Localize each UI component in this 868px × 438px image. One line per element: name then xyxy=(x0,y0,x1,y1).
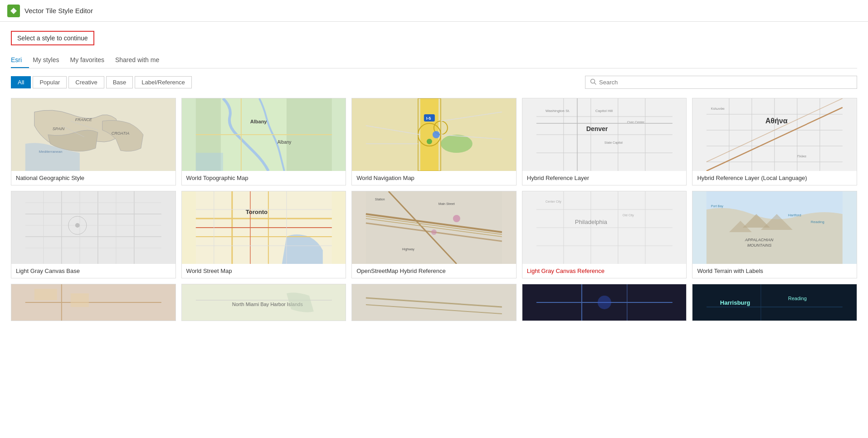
map-thumb-world-terrain: APPALACHIAN MOUNTAINS Hartford Reading P… xyxy=(692,191,857,264)
svg-text:Capitol Hill: Capitol Hill xyxy=(595,109,613,113)
map-thumb-osm-hybrid: Station Main Street Highway xyxy=(352,191,516,264)
map-label-osm-hybrid: OpenStreetMap Hybrid Reference xyxy=(352,264,516,278)
map-thumb-world-topographic: Albany Albany xyxy=(182,98,346,171)
map-thumb-national-geographic: SPAIN FRANCE CROATIA Mediterranean xyxy=(11,98,176,171)
map-label-light-gray-ref: Light Gray Canvas Reference xyxy=(522,264,687,278)
main-content: Select a style to continue Esri My style… xyxy=(0,22,868,438)
svg-rect-122 xyxy=(71,293,89,307)
map-thumb-world-navigation: I-5 xyxy=(352,98,516,171)
filter-label-reference[interactable]: Label/Reference xyxy=(135,76,191,88)
svg-text:Center City: Center City xyxy=(546,200,562,204)
svg-text:Αθήνα: Αθήνα xyxy=(766,117,788,125)
filter-base[interactable]: Base xyxy=(106,76,133,88)
svg-line-3 xyxy=(595,83,596,85)
app-logo xyxy=(7,5,20,17)
svg-point-31 xyxy=(433,131,440,138)
svg-rect-63 xyxy=(25,191,161,264)
map-label-hybrid-reference-local: Hybrid Reference Layer (Local Language) xyxy=(692,171,857,185)
svg-text:FRANCE: FRANCE xyxy=(75,117,93,122)
map-thumb-light-gray-canvas xyxy=(11,191,176,264)
map-label-world-topographic: World Topographic Map xyxy=(182,171,346,185)
map-grid-row2: Light Gray Canvas Base Tor xyxy=(11,191,857,278)
tab-bar: Esri My styles My favorites Shared with … xyxy=(11,53,857,68)
map-card-world-topographic[interactable]: Albany Albany World Topographic Map xyxy=(181,98,346,185)
map-card-partial-5[interactable]: Harrisburg Reading xyxy=(692,284,857,321)
svg-text:Albany: Albany xyxy=(250,119,267,124)
map-label-world-navigation: World Navigation Map xyxy=(352,171,516,185)
svg-text:Κολωνάκι: Κολωνάκι xyxy=(711,107,725,110)
svg-text:Highway: Highway xyxy=(402,248,414,251)
tab-shared-with-me[interactable]: Shared with me xyxy=(115,53,166,68)
filter-all[interactable]: All xyxy=(11,76,31,88)
map-grid: SPAIN FRANCE CROATIA Mediterranean Natio… xyxy=(11,98,857,185)
svg-text:Old City: Old City xyxy=(623,214,634,217)
map-label-world-terrain: World Terrain with Labels xyxy=(692,264,857,278)
svg-point-32 xyxy=(427,139,432,144)
svg-text:Reading: Reading xyxy=(788,296,807,301)
map-label-light-gray-canvas: Light Gray Canvas Base xyxy=(11,264,176,278)
svg-text:APPALACHIAN: APPALACHIAN xyxy=(745,238,774,242)
map-label-world-street: World Street Map xyxy=(182,264,346,278)
search-input[interactable] xyxy=(599,79,852,86)
svg-text:Philadelphia: Philadelphia xyxy=(575,219,608,225)
svg-text:Denver: Denver xyxy=(586,125,608,132)
svg-text:Hartford: Hartford xyxy=(788,213,801,217)
filter-popular[interactable]: Popular xyxy=(33,76,67,88)
map-thumb-light-gray-ref: Philadelphia Center City Old City xyxy=(522,191,687,264)
svg-text:State Capitol: State Capitol xyxy=(605,141,623,145)
map-card-partial-4[interactable] xyxy=(522,284,687,321)
map-grid-row3: North Miami Bay Harbor Islands xyxy=(11,284,857,321)
svg-text:Main Street: Main Street xyxy=(439,202,455,205)
svg-text:Station: Station xyxy=(375,198,385,201)
map-card-partial-2[interactable]: North Miami Bay Harbor Islands xyxy=(181,284,346,321)
svg-rect-121 xyxy=(34,289,57,300)
map-thumb-world-street: Toronto xyxy=(182,191,346,264)
svg-text:Harrisburg: Harrisburg xyxy=(720,299,751,306)
map-card-world-navigation[interactable]: I-5 World Navigation Map xyxy=(351,98,517,185)
svg-text:Port Bay: Port Bay xyxy=(711,204,723,208)
svg-text:CROATIA: CROATIA xyxy=(112,131,129,136)
tab-my-styles[interactable]: My styles xyxy=(33,53,66,68)
map-card-light-gray-canvas[interactable]: Light Gray Canvas Base xyxy=(11,191,176,278)
map-thumb-hybrid-reference: Denver Washington St. Capitol Hill Civic… xyxy=(522,98,687,171)
svg-text:MOUNTAINS: MOUNTAINS xyxy=(747,243,771,248)
svg-text:SPAIN: SPAIN xyxy=(53,127,65,131)
svg-text:Mediterranean: Mediterranean xyxy=(39,150,63,154)
filter-row: All Popular Creative Base Label/Referenc… xyxy=(11,76,857,89)
svg-point-76 xyxy=(75,223,80,228)
map-card-hybrid-reference-local[interactable]: Αθήνα Κολωνάκι Πλάκα Hybrid Reference La… xyxy=(692,98,857,185)
tab-esri[interactable]: Esri xyxy=(11,53,29,68)
map-card-osm-hybrid[interactable]: Station Main Street Highway OpenStreetMa… xyxy=(351,191,517,278)
svg-point-1 xyxy=(12,9,16,13)
svg-text:Washington St.: Washington St. xyxy=(546,109,570,113)
svg-point-24 xyxy=(441,135,473,153)
app-title: Vector Tile Style Editor xyxy=(24,7,93,15)
map-card-partial-3[interactable] xyxy=(351,284,517,321)
map-label-hybrid-reference: Hybrid Reference Layer xyxy=(522,171,687,185)
svg-point-99 xyxy=(431,229,437,235)
map-card-world-terrain[interactable]: APPALACHIAN MOUNTAINS Hartford Reading P… xyxy=(692,191,857,278)
map-thumb-hybrid-reference-local: Αθήνα Κολωνάκι Πλάκα xyxy=(692,98,857,171)
svg-text:Πλάκα: Πλάκα xyxy=(797,155,806,158)
map-card-light-gray-ref[interactable]: Philadelphia Center City Old City Light … xyxy=(522,191,687,278)
svg-text:Albany: Albany xyxy=(277,140,291,145)
svg-text:Reading: Reading xyxy=(811,220,824,224)
search-icon xyxy=(590,78,596,86)
tab-my-favorites[interactable]: My favorites xyxy=(70,53,111,68)
style-notice: Select a style to continue xyxy=(11,31,94,45)
map-card-partial-1[interactable] xyxy=(11,284,176,321)
filter-creative[interactable]: Creative xyxy=(68,76,104,88)
map-card-hybrid-reference[interactable]: Denver Washington St. Capitol Hill Civic… xyxy=(522,98,687,185)
svg-rect-18 xyxy=(195,153,223,171)
map-card-world-street[interactable]: Toronto World Street Map xyxy=(181,191,346,278)
map-card-national-geographic[interactable]: SPAIN FRANCE CROATIA Mediterranean Natio… xyxy=(11,98,176,185)
app-header: Vector Tile Style Editor xyxy=(0,0,868,22)
map-label-national-geographic: National Geographic Style xyxy=(11,171,176,185)
svg-point-133 xyxy=(598,296,611,309)
svg-text:I-5: I-5 xyxy=(426,116,431,121)
search-box xyxy=(585,76,857,89)
svg-point-98 xyxy=(453,215,460,222)
